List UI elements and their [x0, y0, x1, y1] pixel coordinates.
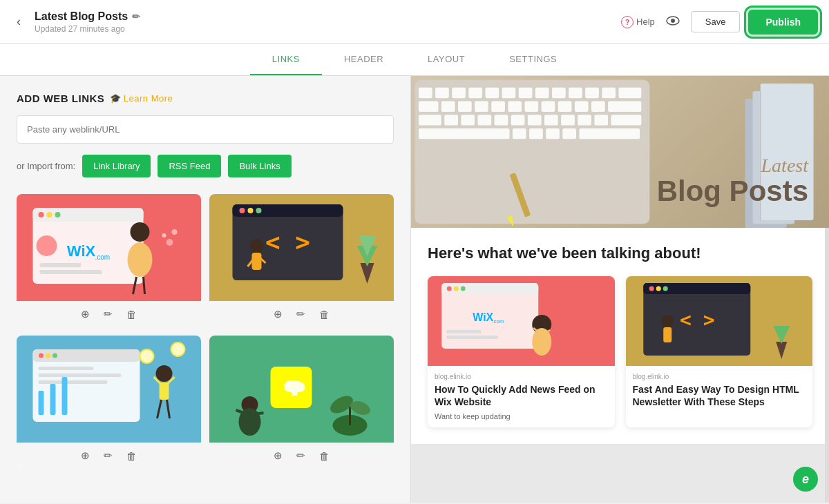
svg-rect-89 — [444, 115, 458, 125]
svg-point-52 — [171, 342, 185, 356]
svg-marker-131 — [776, 342, 787, 359]
svg-rect-88 — [419, 115, 441, 125]
card-2-delete-button[interactable]: 🗑 — [319, 309, 330, 320]
svg-point-38 — [53, 353, 57, 358]
svg-rect-68 — [502, 88, 516, 98]
link-library-button[interactable]: Link Library — [82, 155, 151, 177]
svg-rect-44 — [62, 377, 68, 415]
edit-icon[interactable]: ✏ — [132, 11, 140, 22]
tab-header[interactable]: HEADER — [322, 44, 406, 75]
preview-card-1-desc: Want to keep updating — [435, 412, 608, 420]
svg-rect-103 — [546, 128, 560, 139]
bulk-links-button[interactable]: Bulk Links — [228, 155, 291, 177]
svg-rect-97 — [578, 115, 591, 125]
svg-point-128 — [656, 287, 660, 291]
svg-point-4 — [39, 212, 44, 217]
svg-text:.com: .com — [492, 318, 504, 324]
save-button[interactable]: Save — [691, 11, 741, 32]
svg-rect-9 — [40, 263, 82, 267]
preview-blog-posts: Blog Posts — [657, 175, 808, 207]
card-2-move-button[interactable]: ⊕ — [274, 308, 283, 320]
tab-links[interactable]: LINKS — [250, 44, 322, 75]
svg-rect-66 — [468, 88, 482, 98]
card-2-image: < > — [209, 194, 394, 301]
svg-rect-92 — [495, 115, 508, 125]
svg-point-115 — [454, 287, 459, 291]
svg-rect-77 — [441, 101, 455, 112]
card-3-delete-button[interactable]: 🗑 — [126, 450, 137, 462]
learn-more-icon: 🎓 — [110, 93, 122, 104]
preview-card-1-title: How To Quickly Add News Feed on Wix Webs… — [435, 383, 608, 408]
svg-line-17 — [144, 277, 145, 294]
card-3-illustration — [17, 336, 201, 443]
svg-rect-98 — [594, 115, 608, 125]
card-3-move-button[interactable]: ⊕ — [81, 449, 90, 462]
svg-text:WiX: WiX — [473, 311, 493, 323]
svg-rect-99 — [611, 115, 641, 125]
svg-point-11 — [37, 235, 57, 256]
card-3-edit-button[interactable]: ✏ — [104, 449, 113, 462]
svg-rect-91 — [477, 115, 491, 125]
svg-rect-102 — [529, 128, 543, 139]
svg-rect-42 — [39, 391, 44, 415]
preview-latest: Latest — [657, 156, 808, 175]
svg-rect-80 — [491, 101, 505, 112]
card-4-move-button[interactable]: ⊕ — [274, 449, 283, 462]
elink-logo: e — [793, 467, 818, 492]
card-2-actions: ⊕ ✏ 🗑 — [209, 301, 394, 327]
card-1-actions: ⊕ ✏ 🗑 — [17, 301, 201, 327]
svg-point-133 — [661, 315, 674, 327]
preview-eye-button[interactable] — [663, 13, 683, 31]
import-row: or Import from: Link Library RSS Feed Bu… — [17, 155, 394, 177]
svg-rect-69 — [519, 88, 533, 98]
cards-grid: WiX .com — [17, 194, 394, 469]
svg-rect-64 — [435, 88, 449, 98]
rss-feed-button[interactable]: RSS Feed — [158, 155, 221, 177]
svg-rect-81 — [508, 101, 522, 112]
svg-point-18 — [162, 233, 166, 238]
svg-text:< >: < > — [679, 309, 714, 331]
card-1-delete-button[interactable]: 🗑 — [126, 309, 137, 320]
card-3-image — [17, 336, 201, 443]
svg-rect-70 — [535, 88, 549, 98]
svg-point-51 — [140, 349, 154, 363]
card-1-image: WiX .com — [17, 194, 201, 301]
svg-rect-120 — [446, 336, 498, 339]
learn-more-link[interactable]: 🎓 Learn More — [110, 93, 173, 104]
card-2-illustration: < > — [209, 194, 394, 301]
page-title: Latest Blog Posts ✏ — [35, 10, 621, 23]
card-4-delete-button[interactable]: 🗑 — [319, 450, 330, 462]
help-button[interactable]: ? Help — [621, 16, 655, 28]
svg-rect-76 — [419, 101, 439, 112]
svg-point-129 — [663, 287, 667, 291]
svg-marker-132 — [773, 326, 790, 344]
svg-rect-90 — [461, 115, 475, 125]
preview-cards: WiX .com blog.elink.io How To Quickly — [428, 276, 812, 427]
preview-card-1-image: WiX .com — [428, 276, 615, 366]
preview-card-2-illustration: < > — [626, 276, 813, 366]
svg-rect-73 — [585, 88, 599, 98]
svg-rect-100 — [419, 128, 510, 139]
tab-layout[interactable]: LAYOUT — [406, 44, 487, 75]
svg-point-36 — [39, 353, 44, 358]
tabs-bar: LINKS HEADER LAYOUT SETTINGS — [0, 44, 829, 76]
card-2-edit-button[interactable]: ✏ — [296, 308, 305, 320]
card-1-move-button[interactable]: ⊕ — [81, 308, 90, 320]
tab-settings[interactable]: SETTINGS — [487, 44, 579, 75]
preview-body: Here's what we've been talking about! Wi… — [411, 228, 829, 444]
left-panel: ADD WEB LINKS 🎓 Learn More or Import fro… — [0, 76, 411, 503]
preview-card-2: < > blog.elink.io Fast And Easy Way To D… — [626, 276, 813, 427]
svg-point-23 — [240, 208, 245, 213]
back-button[interactable]: ‹ — [11, 12, 26, 32]
publish-button[interactable]: Publish — [748, 10, 818, 35]
card-4-edit-button[interactable]: ✏ — [296, 449, 305, 462]
preview-card-1-info: blog.elink.io How To Quickly Add News Fe… — [428, 366, 615, 427]
card-1-edit-button[interactable]: ✏ — [104, 308, 113, 320]
preview-card-2-title: Fast And Easy Way To Design HTML Newslet… — [633, 383, 806, 408]
svg-rect-43 — [50, 384, 56, 415]
svg-point-24 — [248, 208, 254, 213]
svg-rect-10 — [40, 270, 102, 274]
help-icon: ? — [621, 16, 633, 28]
url-input[interactable] — [17, 115, 394, 144]
top-actions: ? Help Save Publish — [621, 10, 818, 35]
